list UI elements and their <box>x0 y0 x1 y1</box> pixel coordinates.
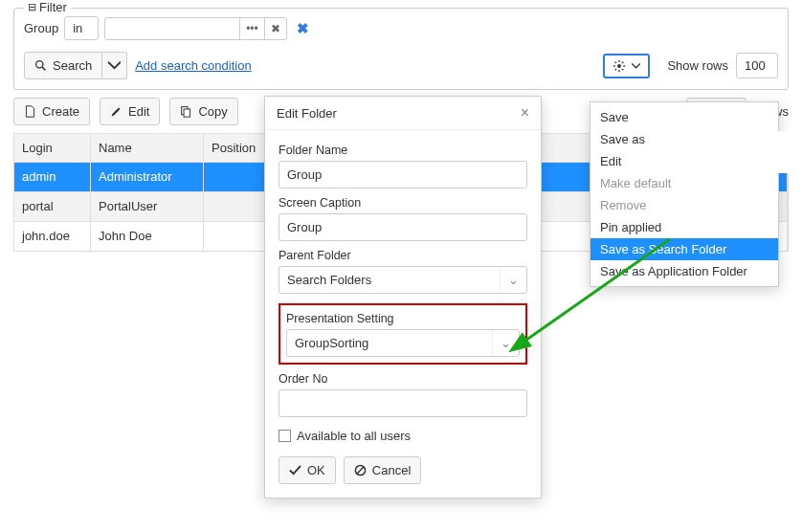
folder-name-input[interactable] <box>278 161 527 188</box>
svg-line-9 <box>615 68 616 69</box>
parent-folder-label: Parent Folder <box>278 249 527 255</box>
screen-caption-label: Screen Caption <box>278 196 527 210</box>
operator-select[interactable]: in <box>64 16 99 40</box>
menu-item: Remove <box>590 194 778 216</box>
edit-button[interactable]: Edit <box>100 98 160 125</box>
search-dropdown-toggle[interactable] <box>102 52 127 79</box>
cell-login: admin <box>14 162 91 191</box>
remove-condition-icon[interactable]: ✖ <box>293 20 309 37</box>
gear-icon <box>613 59 626 73</box>
filter-value[interactable] <box>105 25 239 33</box>
show-rows-label: Show rows <box>667 58 728 73</box>
filter-legend: ⊟ Filter <box>24 0 71 14</box>
svg-line-8 <box>622 68 623 69</box>
gear-dropdown-menu: SaveSave asEditMake defaultRemovePin app… <box>590 101 779 255</box>
clear-icon[interactable]: ✖ <box>264 18 286 39</box>
svg-line-1 <box>42 67 45 70</box>
svg-rect-12 <box>185 109 191 117</box>
ellipsis-icon[interactable]: ••• <box>239 18 264 39</box>
menu-item: Make default <box>590 172 778 194</box>
collapse-icon[interactable]: ⊟ <box>28 2 36 12</box>
filter-value-picker[interactable]: ••• ✖ <box>104 17 287 40</box>
menu-item[interactable]: Pin applied <box>590 216 778 238</box>
svg-point-2 <box>617 64 621 68</box>
add-condition-link[interactable]: Add search condition <box>135 58 251 73</box>
filter-field-label: Group <box>24 21 58 35</box>
search-toolbar: Search Add search condition Show rows <box>24 52 778 79</box>
file-icon <box>24 105 36 118</box>
cell-name: John Doe <box>91 221 204 251</box>
chevron-down-icon <box>108 59 121 72</box>
filter-condition-row: Group in ••• ✖ ✖ <box>24 16 778 40</box>
col-login[interactable]: Login <box>14 133 91 162</box>
mask <box>771 131 794 173</box>
chevron-down-icon <box>632 63 640 69</box>
filter-legend-text: Filter <box>39 0 67 14</box>
svg-line-7 <box>615 61 616 62</box>
folder-name-label: Folder Name <box>278 144 527 157</box>
cell-name: Administrator <box>91 162 204 191</box>
gear-dropdown-button[interactable] <box>603 54 650 78</box>
svg-point-0 <box>36 61 43 68</box>
search-button[interactable]: Search <box>24 52 102 79</box>
create-button[interactable]: Create <box>13 98 90 125</box>
menu-item[interactable]: Edit <box>590 150 778 172</box>
copy-icon <box>180 105 192 118</box>
close-icon[interactable]: × <box>521 104 529 122</box>
screen-caption-input[interactable] <box>278 213 527 241</box>
cell-login: portal <box>14 191 91 221</box>
dialog-title: Edit Folder <box>277 106 521 121</box>
cell-name: PortalUser <box>91 191 204 221</box>
filter-panel: ⊟ Filter Group in ••• ✖ ✖ Search Add sea… <box>13 8 789 90</box>
pencil-icon <box>110 105 123 118</box>
col-name[interactable]: Name <box>91 133 204 162</box>
cell-login: john.doe <box>14 221 91 251</box>
copy-button[interactable]: Copy <box>169 98 237 125</box>
svg-line-10 <box>622 61 623 62</box>
menu-item[interactable]: Save as Search Folder <box>590 238 778 255</box>
menu-item[interactable]: Save as <box>590 128 778 150</box>
show-rows-input[interactable] <box>736 53 778 78</box>
edit-folder-dialog: Edit Folder × Folder Name Screen Caption… <box>264 96 542 255</box>
menu-item[interactable]: Save <box>590 106 778 128</box>
search-icon <box>34 59 47 72</box>
